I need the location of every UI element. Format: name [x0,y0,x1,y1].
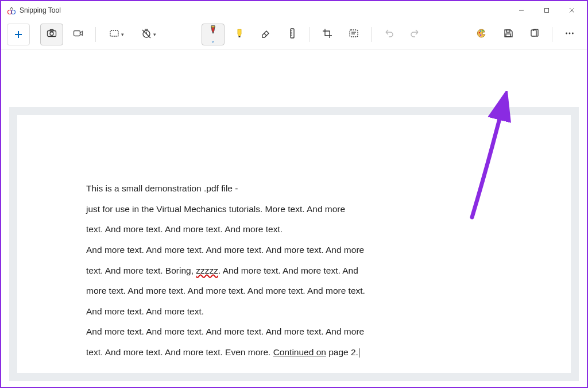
svg-rect-18 [238,36,240,37]
camera-icon [46,28,57,41]
app-icon [7,6,16,15]
doc-line: more text. And more text. And more text.… [86,281,502,301]
rectangle-icon [109,28,120,41]
captured-page: This is a small demonstration .pdf file … [17,115,571,373]
copy-button[interactable] [523,24,546,45]
eraser-button[interactable] [254,24,277,45]
doc-line: text. And more text. And more text. And … [86,219,502,240]
svg-point-30 [482,30,484,32]
doc-line: just for use in the Virtual Mechanics tu… [86,199,502,220]
text-actions-button[interactable] [342,24,365,45]
highlighter-button[interactable] [228,24,251,45]
edit-in-paint-button[interactable] [470,24,493,45]
svg-rect-3 [545,9,549,13]
svg-rect-10 [50,30,53,32]
svg-point-28 [479,32,481,34]
svg-rect-25 [350,30,358,37]
snip-preview-frame: This is a small demonstration .pdf file … [9,107,579,381]
palette-icon [476,28,488,41]
chevron-down-icon: ⌄ [211,38,215,44]
save-button[interactable] [497,24,520,45]
svg-point-31 [480,34,482,36]
svg-rect-33 [506,34,510,37]
svg-rect-32 [506,30,510,32]
doc-line: This is a small demonstration .pdf file … [86,178,502,199]
more-icon [564,28,575,41]
svg-rect-17 [211,26,215,28]
svg-point-36 [569,33,571,34]
pen-tool-button[interactable]: ⌄ [202,24,225,45]
separator [310,27,310,42]
more-button[interactable] [558,24,581,45]
chevron-down-icon: ▾ [121,32,124,37]
doc-line: And more text. And more text. [86,301,502,322]
svg-line-19 [264,33,266,36]
svg-line-16 [142,30,150,38]
ruler-icon [287,28,298,41]
copy-icon [529,28,540,41]
text-actions-icon [348,28,359,41]
close-button[interactable] [559,2,585,19]
separator [371,27,372,42]
svg-rect-12 [110,30,118,36]
undo-icon [383,28,394,41]
svg-point-29 [480,30,482,32]
highlighter-icon [234,28,245,41]
separator [552,27,552,42]
svg-point-37 [572,33,574,34]
minimize-button[interactable] [509,2,534,19]
redo-button[interactable] [404,24,427,45]
delay-dropdown[interactable]: ▾ [134,24,163,45]
eraser-icon [260,28,272,41]
redo-icon [409,28,421,41]
ruler-button[interactable] [281,24,304,45]
chevron-down-icon: ▾ [153,32,156,37]
app-window: Snipping Tool ▾ ▾ [0,0,588,388]
crop-icon [322,28,333,41]
doc-line: text. And more text. Boring, zzzzz. And … [86,260,502,281]
maximize-button[interactable] [534,2,559,19]
crop-button[interactable] [316,24,339,45]
svg-rect-11 [74,31,80,36]
video-icon [72,28,84,41]
toolbar: ▾ ▾ ⌄ [1,20,587,49]
new-snip-button[interactable] [7,24,30,45]
doc-line: And more text. And more text. And more t… [86,240,502,260]
content-area: This is a small demonstration .pdf file … [1,49,587,387]
timer-icon [141,28,152,41]
doc-line: And more text. And more text. And more t… [86,321,502,342]
svg-point-35 [566,33,567,34]
video-mode-button[interactable] [67,24,90,45]
window-title: Snipping Tool [20,6,61,14]
camera-mode-button[interactable] [40,24,63,45]
snip-mode-dropdown[interactable]: ▾ [102,24,130,45]
separator [95,27,96,42]
titlebar: Snipping Tool [1,1,587,20]
svg-point-9 [50,32,53,36]
svg-rect-20 [291,29,294,38]
pen-icon [207,25,219,38]
undo-button[interactable] [377,24,400,45]
save-icon [502,28,514,41]
doc-line: text. And more text. And more text. Even… [86,342,502,363]
